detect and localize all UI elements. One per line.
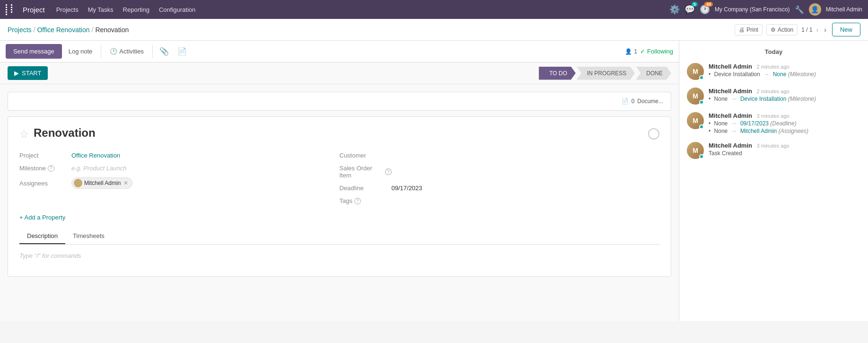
chatter-time-2: 2 minutes ago — [757, 88, 789, 94]
milestone-help-icon[interactable]: ? — [48, 165, 54, 172]
editor-area[interactable]: Type "/" for commands — [19, 245, 659, 267]
tab-description[interactable]: Description — [19, 229, 65, 244]
chatter-from-1: Device Installation — [714, 71, 760, 78]
toolbar-actions: 🖨 Print ⚙ Action 1 / 1 ‹ › New — [735, 23, 860, 36]
chatter-author-3: Mitchell Admin — [709, 112, 752, 119]
print-label: Print — [746, 26, 758, 33]
followers-count: 👤 1 — [625, 48, 637, 55]
action-button[interactable]: ⚙ Action — [766, 24, 798, 35]
nav-reporting[interactable]: Reporting — [119, 4, 153, 15]
app-name: Project — [23, 6, 45, 14]
assignee-tag[interactable]: Mitchell Admin ✕ — [71, 177, 132, 189]
deadline-label: Deadline — [340, 185, 392, 192]
chatter-content-2: Mitchell Admin 2 minutes ago • None → De… — [709, 88, 860, 105]
nav-projects[interactable]: Projects — [53, 4, 82, 15]
chat-icon[interactable]: 💬5 — [684, 4, 695, 15]
stage-bar: ▶ START TO DO IN PROGRESS DONE — [0, 62, 679, 84]
chatter-avatar-3: M — [687, 112, 704, 129]
documents-button[interactable]: 📄 0 Docume... — [622, 98, 663, 105]
new-button[interactable]: New — [832, 23, 860, 36]
start-button[interactable]: ▶ START — [8, 66, 48, 80]
status-circle[interactable] — [648, 128, 659, 140]
online-indicator-1 — [699, 75, 704, 80]
check-icon: ✓ — [640, 48, 645, 55]
chatter-avatar-1: M — [687, 63, 704, 80]
chatter-type-1: (Milestone) — [788, 71, 816, 78]
activities-label: Activities — [119, 48, 143, 55]
doc-upload-area: 📄 0 Docume... — [8, 92, 671, 111]
chatter-change-2: • None → Device Installation (Milestone) — [709, 96, 860, 102]
chatter-to-3a: 09/17/2023 — [740, 120, 769, 127]
chatter-change-3a: • None → 09/17/2023 (Deadline) — [709, 120, 860, 127]
project-row: Project Office Renovation — [19, 152, 340, 159]
document-icon-button[interactable]: 📄 — [174, 44, 191, 59]
next-arrow[interactable]: › — [822, 25, 828, 35]
nav-my-tasks[interactable]: My Tasks — [84, 4, 117, 15]
assignee-avatar — [74, 179, 82, 187]
chatter-arrow-2: → — [731, 96, 738, 102]
chatter-author-1: Mitchell Admin — [709, 63, 752, 70]
person-icon: 👤 — [625, 48, 632, 55]
following-label: Following — [647, 48, 673, 55]
activities-button[interactable]: 🕐 Activities — [104, 44, 149, 59]
nav-configuration[interactable]: Configuration — [155, 4, 199, 15]
stage-done[interactable]: DONE — [636, 67, 671, 80]
breadcrumb-projects[interactable]: Projects — [8, 26, 32, 34]
breadcrumb-sep-2: / — [92, 26, 94, 34]
breadcrumb-office-reno[interactable]: Office Renovation — [37, 26, 89, 34]
chatter-arrow-3b: → — [731, 128, 738, 134]
milestone-placeholder[interactable]: e.g. Product Launch — [71, 165, 126, 172]
nav-right: ⚙️ 💬5 🕐40 My Company (San Francisco) 🔧 👤… — [669, 3, 862, 16]
remove-assignee-icon[interactable]: ✕ — [123, 180, 128, 186]
tab-timesheets[interactable]: Timesheets — [65, 229, 112, 244]
stage-todo[interactable]: TO DO — [539, 67, 576, 80]
chatter-task-created: Task Created — [709, 150, 860, 157]
online-indicator-2 — [699, 100, 704, 105]
chatter-change-3b: • None → Mitchell Admin (Assignees) — [709, 128, 860, 134]
chatter-arrow-3a: → — [731, 120, 738, 127]
project-label: Project — [19, 152, 71, 159]
chatter-change-1: • Device Installation → None (Milestone) — [709, 71, 860, 78]
apps-grid-icon[interactable] — [6, 4, 15, 15]
following-button[interactable]: ✓ Following — [640, 48, 673, 55]
add-property-button[interactable]: + Add a Property — [19, 214, 659, 221]
task-card: ☆ Renovation Project Office Renovation M — [8, 116, 671, 277]
customer-row: Customer — [340, 152, 660, 159]
task-title[interactable]: Renovation — [34, 126, 648, 140]
chatter-today-label: Today — [687, 48, 860, 55]
user-avatar[interactable]: 👤 — [809, 3, 821, 16]
settings-wrench-icon[interactable]: 🔧 — [795, 5, 804, 14]
tags-help-icon[interactable]: ? — [354, 198, 361, 204]
print-button[interactable]: 🖨 Print — [735, 24, 763, 35]
gear-icon: ⚙ — [771, 26, 776, 33]
support-icon[interactable]: ⚙️ — [669, 4, 680, 15]
sales-order-help-icon[interactable]: ? — [385, 168, 391, 175]
chatter-content-3: Mitchell Admin 3 minutes ago • None → 09… — [709, 112, 860, 134]
stage-in-progress[interactable]: IN PROGRESS — [577, 67, 635, 80]
chatter-from-3b: None — [714, 128, 728, 134]
doc-icon: 📄 — [622, 98, 629, 105]
paperclip-icon-button[interactable]: 📎 — [156, 44, 173, 59]
doc-label: Docume... — [637, 98, 663, 105]
chatter-content-4: Mitchell Admin 3 minutes ago Task Create… — [709, 142, 860, 159]
prev-arrow[interactable]: ‹ — [815, 25, 821, 35]
activity-icon[interactable]: 🕐40 — [700, 4, 710, 15]
editor-placeholder: Type "/" for commands — [19, 252, 81, 259]
log-note-button[interactable]: Log note — [63, 44, 98, 59]
milestone-row: Milestone ? e.g. Product Launch — [19, 165, 340, 172]
main-layout: Send message Log note 🕐 Activities 📎 📄 👤… — [0, 41, 868, 321]
deadline-value[interactable]: 09/17/2023 — [392, 185, 422, 192]
assignees-row: Assignees Mitchell Admin ✕ — [19, 177, 340, 189]
chatter-type-3a: (Deadline) — [770, 120, 796, 127]
nav-links: Projects My Tasks Reporting Configuratio… — [53, 4, 662, 15]
pagination-text: 1 / 1 — [801, 26, 812, 33]
chatter-avatar-4: M — [687, 142, 704, 159]
toolbar-separator-2 — [152, 45, 153, 58]
right-actions: 👤 1 ✓ Following — [625, 48, 673, 55]
project-value[interactable]: Office Renovation — [71, 152, 120, 159]
star-icon[interactable]: ☆ — [19, 128, 29, 141]
company-name: My Company (San Francisco) — [715, 6, 790, 13]
form-area: 📄 0 Docume... ☆ Renovation Project — [0, 84, 679, 284]
assignee-name: Mitchell Admin — [84, 180, 121, 186]
send-message-button[interactable]: Send message — [6, 44, 62, 59]
